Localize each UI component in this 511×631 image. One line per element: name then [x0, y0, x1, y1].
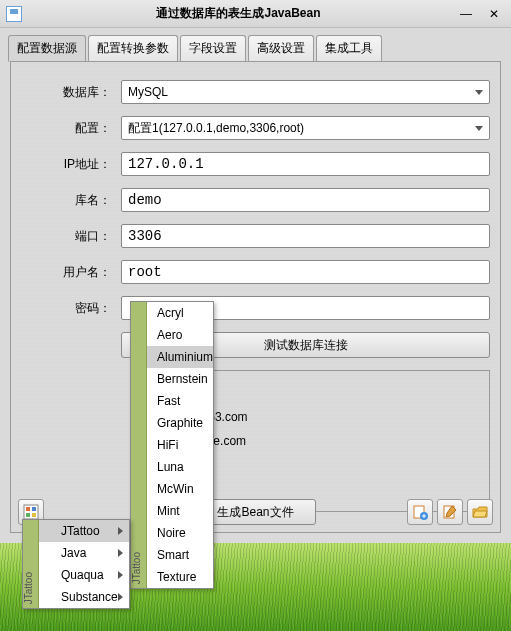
theme-item-smart[interactable]: Smart [147, 544, 213, 566]
chevron-down-icon [475, 126, 483, 131]
user-input[interactable] [121, 260, 490, 284]
tab-bar: 配置数据源 配置转换参数 字段设置 高级设置 集成工具 [0, 28, 511, 61]
user-label: 用户名： [21, 264, 121, 281]
ip-label: IP地址： [21, 156, 121, 173]
tab-tools[interactable]: 集成工具 [316, 35, 382, 62]
theme-item-graphite[interactable]: Graphite [147, 412, 213, 434]
database-label: 数据库： [21, 84, 121, 101]
svg-rect-1 [26, 507, 30, 511]
laf-item-quaqua[interactable]: Quaqua [39, 564, 129, 586]
arrow-right-icon [118, 593, 123, 601]
config-select[interactable]: 配置1(127.0.0.1,demo,3306,root) [121, 116, 490, 140]
window-title: 通过数据库的表生成JavaBean [28, 5, 449, 22]
laf-item-java[interactable]: Java [39, 542, 129, 564]
submenu-sidebar: JTattoo [131, 302, 147, 588]
submenu-label: JTattoo [131, 552, 146, 584]
toolbar-right [407, 499, 493, 525]
theme-item-mcwin[interactable]: McWin [147, 478, 213, 500]
tab-advanced[interactable]: 高级设置 [248, 35, 314, 62]
tab-convert[interactable]: 配置转换参数 [88, 35, 178, 62]
config-value: 配置1(127.0.0.1,demo,3306,root) [128, 120, 304, 137]
laf-item-substance[interactable]: Substance [39, 586, 129, 608]
theme-item-mint[interactable]: Mint [147, 500, 213, 522]
database-select[interactable]: MySQL [121, 80, 490, 104]
tab-fields[interactable]: 字段设置 [180, 35, 246, 62]
arrow-right-icon [118, 549, 123, 557]
theme-item-fast[interactable]: Fast [147, 390, 213, 412]
database-value: MySQL [128, 85, 168, 99]
theme-item-aero[interactable]: Aero [147, 324, 213, 346]
theme-submenu: JTattoo Acryl Aero Aluminium Bernstein F… [130, 301, 214, 589]
theme-item-aluminium[interactable]: Aluminium [147, 346, 213, 368]
menu-sidebar-label: JTattoo [23, 572, 38, 604]
title-bar: 通过数据库的表生成JavaBean — ✕ [0, 0, 511, 28]
theme-item-texture[interactable]: Texture [147, 566, 213, 588]
menu-sidebar: JTattoo [23, 520, 39, 608]
theme-item-bernstein[interactable]: Bernstein [147, 368, 213, 390]
config-label: 配置： [21, 120, 121, 137]
theme-item-acryl[interactable]: Acryl [147, 302, 213, 324]
laf-menu: JTattoo JTattoo Java Quaqua Substance [22, 519, 130, 609]
close-button[interactable]: ✕ [483, 5, 505, 23]
pass-label: 密码： [21, 300, 121, 317]
theme-item-hifi[interactable]: HiFi [147, 434, 213, 456]
theme-item-noire[interactable]: Noire [147, 522, 213, 544]
port-input[interactable] [121, 224, 490, 248]
svg-rect-2 [32, 507, 36, 511]
dbname-input[interactable] [121, 188, 490, 212]
edit-button[interactable] [437, 499, 463, 525]
theme-item-luna[interactable]: Luna [147, 456, 213, 478]
app-icon [6, 6, 22, 22]
ip-input[interactable] [121, 152, 490, 176]
new-button[interactable] [407, 499, 433, 525]
svg-rect-3 [26, 513, 30, 517]
tab-datasource[interactable]: 配置数据源 [8, 35, 86, 62]
chevron-down-icon [475, 90, 483, 95]
svg-rect-4 [32, 513, 36, 517]
form-panel: 数据库： MySQL 配置： 配置1(127.0.0.1,demo,3306,r… [10, 61, 501, 533]
dbname-label: 库名： [21, 192, 121, 209]
arrow-right-icon [118, 571, 123, 579]
port-label: 端口： [21, 228, 121, 245]
laf-item-jtattoo[interactable]: JTattoo [39, 520, 129, 542]
minimize-button[interactable]: — [455, 5, 477, 23]
arrow-right-icon [118, 527, 123, 535]
open-button[interactable] [467, 499, 493, 525]
